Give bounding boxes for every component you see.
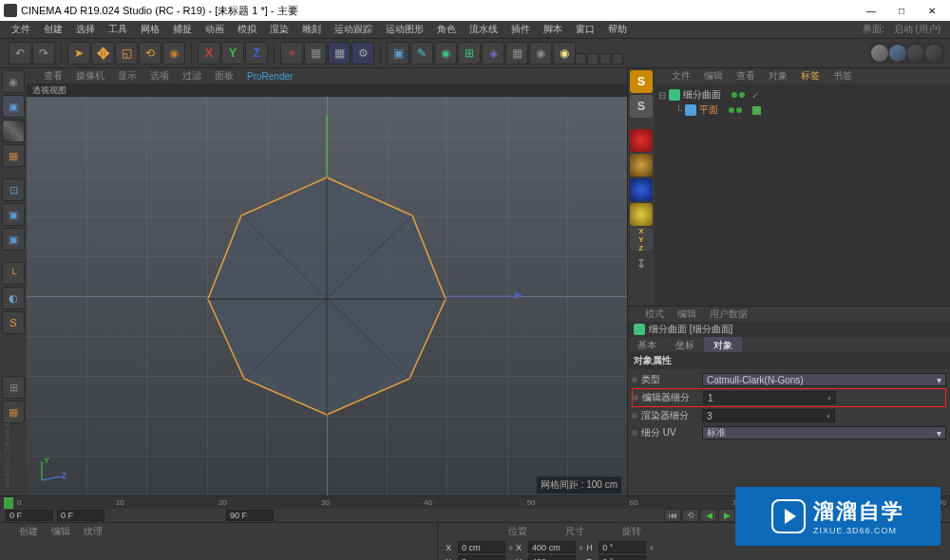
menu-tools[interactable]: 工具 bbox=[103, 21, 133, 38]
nurbs-tool[interactable]: ◉ bbox=[434, 42, 457, 65]
mat-tab-create[interactable]: 创建 bbox=[19, 525, 38, 538]
strip-blue-ball[interactable] bbox=[630, 178, 653, 201]
workplane-mode[interactable]: ▦ bbox=[2, 144, 25, 167]
type-dropdown[interactable]: Catmull-Clark(N-Gons)▾ bbox=[702, 373, 946, 386]
menu-mesh[interactable]: 网格 bbox=[135, 21, 165, 38]
mat-ball-4[interactable] bbox=[925, 45, 942, 62]
play-forward[interactable]: ▶ bbox=[718, 509, 735, 522]
mat-ball-2[interactable] bbox=[889, 45, 906, 62]
strip-gold-ball[interactable] bbox=[630, 154, 653, 177]
pos-y[interactable]: 0 cm bbox=[458, 555, 505, 560]
strip-xyz[interactable]: XYZ bbox=[630, 228, 653, 251]
strip-s-2[interactable]: S bbox=[630, 95, 653, 118]
vp-nav-3[interactable] bbox=[599, 53, 611, 65]
rot-p[interactable]: 0 ° bbox=[598, 555, 646, 560]
menu-select[interactable]: 选择 bbox=[70, 21, 101, 38]
point-mode[interactable]: ⊡ bbox=[2, 178, 25, 201]
menu-create[interactable]: 创建 bbox=[38, 21, 68, 38]
obj-tab-tags[interactable]: 标签 bbox=[801, 69, 820, 83]
menu-pipeline[interactable]: 流水线 bbox=[464, 21, 504, 38]
strip-arrow[interactable]: ↧ bbox=[630, 252, 653, 275]
vp-nav-4[interactable] bbox=[612, 53, 623, 65]
viewport-solo[interactable]: ◐ bbox=[2, 287, 25, 309]
scale-tool[interactable]: ◱ bbox=[115, 42, 138, 65]
vp-tab-filter[interactable]: 过滤 bbox=[182, 69, 201, 83]
play-back[interactable]: ◀ bbox=[700, 509, 717, 522]
mat-ball-3[interactable] bbox=[907, 45, 924, 62]
current-frame-field[interactable]: 0 F bbox=[57, 510, 104, 521]
axis-z-toggle[interactable]: Z bbox=[245, 42, 268, 65]
menu-render[interactable]: 渲染 bbox=[264, 21, 294, 38]
menu-window[interactable]: 窗口 bbox=[570, 21, 600, 38]
vp-tab-display[interactable]: 显示 bbox=[118, 69, 137, 83]
select-tool[interactable]: ➤ bbox=[67, 42, 90, 65]
obj-tab-file[interactable]: 文件 bbox=[672, 69, 691, 83]
model-mode[interactable]: ▣ bbox=[2, 95, 25, 118]
deformer-tool[interactable]: ◈ bbox=[482, 42, 504, 65]
menu-animate[interactable]: 动画 bbox=[200, 21, 230, 38]
cube-primitive[interactable]: ▣ bbox=[387, 42, 409, 65]
render-subdiv-field[interactable]: 3♦ bbox=[702, 409, 835, 422]
redo-button[interactable]: ↷ bbox=[32, 42, 55, 65]
menu-character[interactable]: 角色 bbox=[431, 21, 462, 38]
menu-snap[interactable]: 捕捉 bbox=[167, 21, 198, 38]
menu-simulate[interactable]: 模拟 bbox=[232, 21, 262, 38]
attr-tab-mode[interactable]: 模式 bbox=[645, 308, 664, 321]
maximize-button[interactable]: □ bbox=[887, 2, 916, 19]
menu-sculpt[interactable]: 雕刻 bbox=[296, 21, 327, 38]
rotate-tool[interactable]: ⟲ bbox=[139, 42, 162, 65]
viewport-canvas[interactable]: YZ 网格间距 : 100 cm bbox=[27, 97, 627, 495]
menu-mograph[interactable]: 运动图形 bbox=[380, 21, 429, 38]
menu-help[interactable]: 帮助 bbox=[602, 21, 633, 38]
environment-tool[interactable]: ▦ bbox=[505, 42, 528, 65]
end-frame-field[interactable]: 90 F bbox=[226, 510, 274, 521]
uv-dropdown[interactable]: 标准▾ bbox=[702, 426, 946, 439]
snap-toggle[interactable]: ⊞ bbox=[2, 376, 25, 399]
menu-tracker[interactable]: 运动跟踪 bbox=[329, 21, 378, 38]
pen-tool[interactable]: ✎ bbox=[410, 42, 433, 65]
minimize-button[interactable]: — bbox=[857, 2, 885, 19]
vp-tab-panel[interactable]: 面板 bbox=[215, 69, 234, 83]
light-tool[interactable]: ◉ bbox=[553, 42, 576, 65]
mat-tab-texture[interactable]: 纹理 bbox=[84, 525, 103, 538]
subtab-coord[interactable]: 坐标 bbox=[666, 337, 704, 352]
pos-x[interactable]: 0 cm bbox=[458, 541, 505, 553]
layout-preset[interactable]: 启动 (用户) bbox=[894, 23, 940, 36]
size-x[interactable]: 400 cm bbox=[528, 541, 576, 553]
subtab-basic[interactable]: 基本 bbox=[628, 337, 666, 352]
strip-s-active[interactable]: S bbox=[630, 70, 653, 93]
vp-tab-view[interactable]: 查看 bbox=[44, 69, 63, 83]
vp-tab-prorender[interactable]: ProRender bbox=[247, 71, 293, 82]
subtab-object[interactable]: 对象 bbox=[704, 337, 742, 352]
polygon-mode[interactable]: ▣ bbox=[2, 228, 25, 251]
tree-item-sds[interactable]: ⊟ 细分曲面 ✓ bbox=[658, 87, 946, 103]
undo-button[interactable]: ↶ bbox=[9, 42, 31, 65]
attr-tab-edit[interactable]: 编辑 bbox=[677, 308, 696, 321]
rot-h[interactable]: 0 ° bbox=[598, 541, 646, 553]
attr-tab-userdata[interactable]: 用户数据 bbox=[710, 308, 748, 321]
editor-subdiv-field[interactable]: 1♦ bbox=[703, 391, 836, 404]
make-editable[interactable]: ◉ bbox=[2, 70, 25, 93]
axis-mode[interactable]: └ bbox=[2, 262, 25, 285]
menu-script[interactable]: 脚本 bbox=[538, 21, 568, 38]
vp-tab-cameras[interactable]: 摄像机 bbox=[76, 69, 104, 83]
render-region[interactable]: ▦ bbox=[328, 42, 351, 65]
edge-mode[interactable]: ▣ bbox=[2, 203, 25, 226]
mat-ball-1[interactable] bbox=[871, 45, 888, 62]
coord-system[interactable]: ⌖ bbox=[280, 42, 303, 65]
object-tree[interactable]: ⊟ 细分曲面 ✓ └ 平面 bbox=[655, 84, 950, 306]
array-tool[interactable]: ⊞ bbox=[458, 42, 481, 65]
size-y[interactable]: 400 cm bbox=[528, 555, 576, 560]
camera-tool[interactable]: ◉ bbox=[529, 42, 552, 65]
obj-tab-bookmarks[interactable]: 书签 bbox=[833, 69, 852, 83]
vp-nav-1[interactable] bbox=[575, 53, 586, 65]
goto-start[interactable]: ⏮ bbox=[664, 509, 681, 522]
strip-yellow-ball[interactable] bbox=[630, 203, 653, 226]
close-button[interactable]: ✕ bbox=[918, 2, 946, 19]
mat-tab-edit[interactable]: 编辑 bbox=[51, 525, 70, 538]
start-frame-field[interactable]: 0 F bbox=[6, 510, 53, 521]
frame-cursor[interactable] bbox=[4, 497, 13, 509]
prev-key[interactable]: ⟲ bbox=[682, 509, 699, 522]
octagon-object[interactable] bbox=[199, 168, 455, 424]
recent-tool[interactable]: ◉ bbox=[162, 42, 185, 65]
